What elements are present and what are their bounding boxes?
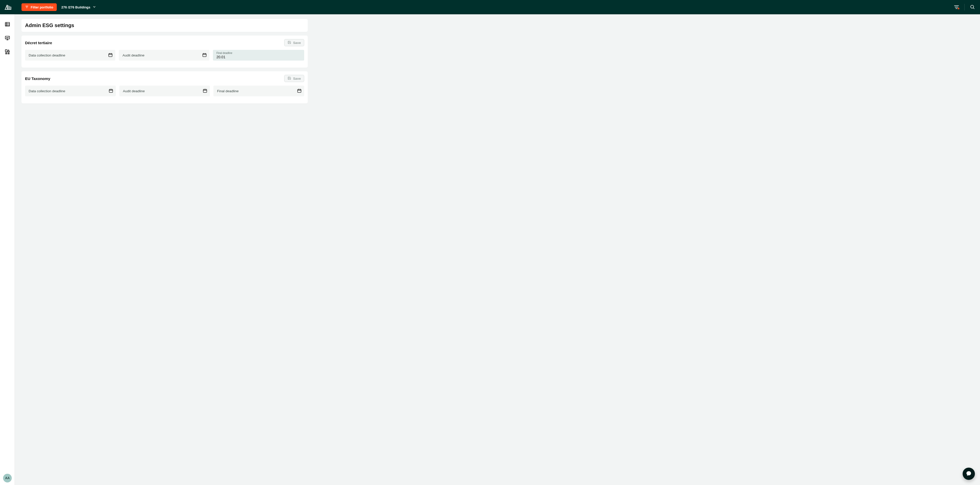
search-button[interactable] — [969, 3, 976, 11]
filter-icon — [25, 5, 29, 10]
svg-rect-40 — [298, 89, 301, 92]
user-avatar[interactable]: AA — [3, 474, 12, 482]
field-label: Audit deadline — [123, 89, 145, 93]
field-value: 20.01 — [216, 55, 226, 59]
portfolio-count-dropdown[interactable]: 276 /276 Buildings — [61, 5, 96, 10]
save-button[interactable]: Save — [284, 75, 304, 82]
app-logo[interactable] — [3, 3, 12, 11]
final-deadline-field[interactable]: Final deadline — [213, 86, 304, 96]
audit-deadline-field[interactable]: Audit deadline — [119, 86, 210, 96]
save-button-label: Save — [293, 41, 301, 45]
svg-rect-32 — [109, 89, 113, 92]
table-icon — [5, 21, 10, 28]
chat-icon — [966, 471, 972, 477]
section-decret-tertiaire: Décret tertiaire Save — [21, 35, 308, 68]
filter-portfolio-button[interactable]: Filter portfolio — [21, 3, 57, 11]
calendar-icon — [108, 52, 113, 58]
filter-portfolio-label: Filter portfolio — [31, 5, 53, 9]
svg-rect-28 — [203, 53, 206, 56]
calendar-icon — [109, 88, 113, 94]
chat-fab[interactable] — [963, 468, 975, 480]
section-eu-taxonomy: EU Taxonomy Save D — [21, 71, 308, 103]
section-title: Décret tertiaire — [25, 41, 52, 45]
field-label: Data collection deadline — [29, 89, 65, 93]
field-label: Final deadline — [217, 89, 239, 93]
topbar: Filter portfolio 276 /276 Buildings — [0, 0, 980, 14]
audit-deadline-field[interactable]: Audit deadline — [119, 50, 209, 60]
star-icon — [957, 6, 960, 11]
svg-marker-17 — [7, 49, 9, 51]
svg-rect-36 — [204, 89, 207, 92]
saved-filters-button[interactable] — [953, 3, 960, 11]
field-label: Data collection deadline — [29, 53, 65, 57]
svg-marker-6 — [958, 7, 959, 10]
calendar-icon — [202, 52, 207, 58]
nav-item-table[interactable] — [3, 21, 11, 29]
portfolio-count-text: 276 /276 Buildings — [61, 5, 90, 9]
svg-rect-16 — [5, 49, 7, 51]
save-icon — [288, 41, 291, 45]
calendar-icon — [297, 88, 302, 94]
topbar-right — [953, 3, 976, 11]
field-label: Final deadline — [216, 52, 232, 54]
calendar-icon — [203, 88, 207, 94]
page-title: Admin ESG settings — [25, 22, 304, 29]
nav-item-monitor[interactable] — [3, 34, 11, 43]
main-content: Admin ESG settings Décret tertiaire — [15, 14, 980, 485]
monitor-icon — [5, 35, 10, 41]
chevron-down-icon — [92, 5, 96, 10]
save-icon — [288, 76, 291, 81]
nav-item-shapes[interactable] — [3, 48, 11, 56]
save-button-label: Save — [293, 77, 301, 81]
page-title-card: Admin ESG settings — [21, 19, 308, 32]
svg-rect-24 — [109, 53, 113, 56]
save-button[interactable]: Save — [284, 39, 304, 46]
left-nav-rail: AA — [0, 14, 15, 485]
svg-rect-9 — [5, 22, 10, 26]
data-collection-deadline-field[interactable]: Data collection deadline — [25, 50, 115, 60]
topbar-divider — [964, 4, 965, 11]
shapes-icon — [5, 49, 10, 56]
svg-line-8 — [974, 8, 974, 9]
search-icon — [970, 4, 975, 10]
data-collection-deadline-field[interactable]: Data collection deadline — [25, 86, 116, 96]
final-deadline-field[interactable]: Final deadline 20.01 — [213, 50, 304, 60]
section-title: EU Taxonomy — [25, 76, 50, 81]
avatar-initials: AA — [5, 476, 10, 480]
field-label: Audit deadline — [123, 53, 145, 57]
